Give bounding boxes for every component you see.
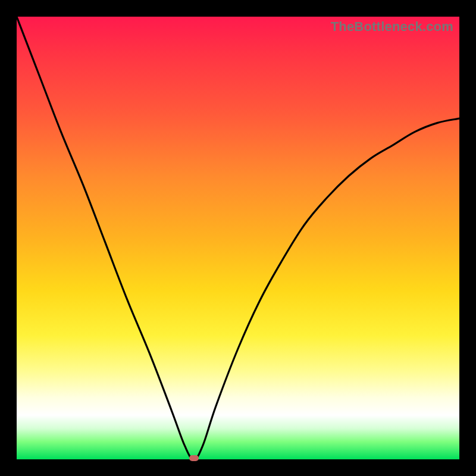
minimum-marker [189, 455, 199, 461]
chart-frame: TheBottleneck.com [0, 0, 476, 476]
curve-path [17, 17, 459, 459]
plot-area: TheBottleneck.com [17, 17, 459, 459]
bottleneck-curve [17, 17, 459, 459]
